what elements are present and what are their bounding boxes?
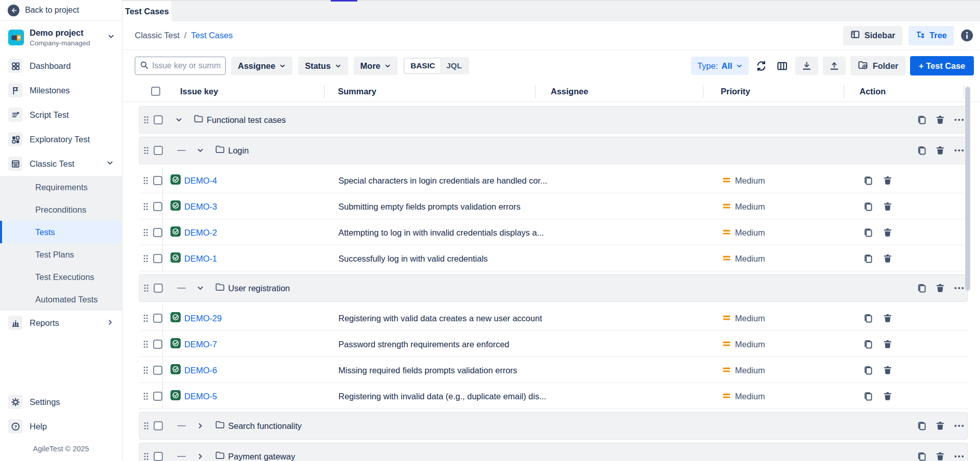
folder-row[interactable]: Functional test cases xyxy=(139,106,968,134)
sidebar-item-exploratory-test[interactable]: Exploratory Test xyxy=(0,127,122,151)
expand-chevron-icon[interactable] xyxy=(197,147,204,155)
issue-key-link[interactable]: DEMO-3 xyxy=(184,201,217,211)
sidebar-item-test-plans[interactable]: Test Plans xyxy=(0,243,122,266)
issue-key-link[interactable]: DEMO-7 xyxy=(184,339,217,349)
drag-handle-icon[interactable] xyxy=(143,392,149,400)
sidebar-item-settings[interactable]: Settings xyxy=(0,390,122,414)
drag-handle-icon[interactable] xyxy=(143,284,149,293)
issue-key-link[interactable]: DEMO-2 xyxy=(184,227,217,237)
sidebar-item-tests[interactable]: Tests xyxy=(0,221,122,243)
row-checkbox[interactable] xyxy=(153,202,162,211)
trash-icon[interactable] xyxy=(882,201,893,212)
drag-handle-icon[interactable] xyxy=(143,314,149,322)
row-checkbox[interactable] xyxy=(153,366,162,375)
import-download-button[interactable] xyxy=(795,57,818,75)
type-filter-dropdown[interactable]: Type: All xyxy=(691,57,748,75)
breadcrumb-current[interactable]: Test Cases xyxy=(191,31,233,40)
copy-icon[interactable] xyxy=(863,253,874,264)
sidebar-item-requirements[interactable]: Requirements xyxy=(0,176,122,198)
folder-row[interactable]: Payment gateway xyxy=(139,443,968,461)
folder-row[interactable]: User registration xyxy=(139,274,968,302)
trash-icon[interactable] xyxy=(935,145,946,156)
column-divider[interactable] xyxy=(703,85,703,98)
drag-handle-icon[interactable] xyxy=(143,340,149,348)
more-ellipsis-icon[interactable] xyxy=(953,451,965,461)
copy-icon[interactable] xyxy=(916,451,927,461)
row-checkbox[interactable] xyxy=(153,228,162,237)
assignee-filter-dropdown[interactable]: Assignee xyxy=(231,57,292,75)
column-divider[interactable] xyxy=(535,85,535,98)
row-checkbox[interactable] xyxy=(153,314,162,323)
copy-icon[interactable] xyxy=(863,175,874,186)
copy-icon[interactable] xyxy=(916,283,927,294)
expand-chevron-icon[interactable] xyxy=(197,422,204,430)
trash-icon[interactable] xyxy=(935,420,946,431)
search-input[interactable] xyxy=(152,61,220,70)
row-checkbox[interactable] xyxy=(153,392,162,401)
trash-icon[interactable] xyxy=(882,391,893,402)
drag-handle-icon[interactable] xyxy=(143,228,149,237)
issue-key-link[interactable]: DEMO-1 xyxy=(184,253,217,263)
drag-handle-icon[interactable] xyxy=(143,452,149,461)
row-checkbox[interactable] xyxy=(154,284,163,293)
issue-key-link[interactable]: DEMO-4 xyxy=(184,175,217,185)
column-divider[interactable] xyxy=(964,85,964,98)
trash-icon[interactable] xyxy=(935,451,946,461)
copy-icon[interactable] xyxy=(863,339,874,350)
more-ellipsis-icon[interactable] xyxy=(953,114,965,125)
sidebar-item-dashboard[interactable]: Dashboard xyxy=(0,54,122,78)
breadcrumb-parent[interactable]: Classic Test xyxy=(135,31,180,40)
sidebar-item-automated-tests[interactable]: Automated Tests xyxy=(0,288,122,311)
trash-icon[interactable] xyxy=(882,313,893,324)
more-filter-dropdown[interactable]: More xyxy=(354,57,398,75)
expand-chevron-icon[interactable] xyxy=(175,116,183,124)
sidebar-item-classic-test[interactable]: Classic Test xyxy=(0,151,122,176)
row-checkbox[interactable] xyxy=(153,340,162,349)
row-checkbox[interactable] xyxy=(154,146,163,155)
more-ellipsis-icon[interactable] xyxy=(953,145,965,156)
status-filter-dropdown[interactable]: Status xyxy=(298,57,348,75)
trash-icon[interactable] xyxy=(882,339,893,350)
sidebar-item-reports[interactable]: Reports xyxy=(0,311,122,335)
project-switcher[interactable]: Demo project Company-managed xyxy=(0,21,122,54)
drag-handle-icon[interactable] xyxy=(143,254,149,263)
expand-chevron-icon[interactable] xyxy=(197,453,204,460)
sidebar-item-help[interactable]: ? Help xyxy=(0,414,122,439)
jql-mode-button[interactable]: JQL xyxy=(440,59,467,73)
vertical-scrollbar[interactable] xyxy=(965,87,970,291)
sidebar-item-milestones[interactable]: Milestones xyxy=(0,78,122,103)
info-button[interactable] xyxy=(960,29,974,42)
tab-test-cases[interactable]: Test Cases xyxy=(122,1,172,21)
trash-icon[interactable] xyxy=(882,365,893,376)
row-checkbox[interactable] xyxy=(154,115,163,124)
export-upload-button[interactable] xyxy=(823,57,846,75)
drag-handle-icon[interactable] xyxy=(143,366,149,374)
copy-icon[interactable] xyxy=(916,145,927,156)
trash-icon[interactable] xyxy=(882,227,893,238)
more-ellipsis-icon[interactable] xyxy=(953,283,965,294)
tree-view-button[interactable]: Tree xyxy=(909,26,954,45)
trash-icon[interactable] xyxy=(882,253,893,264)
issue-key-link[interactable]: DEMO-5 xyxy=(184,391,217,401)
copy-icon[interactable] xyxy=(863,391,874,402)
drag-handle-icon[interactable] xyxy=(143,116,149,124)
back-to-project-button[interactable]: Back to project xyxy=(0,0,122,21)
more-ellipsis-icon[interactable] xyxy=(953,420,965,431)
copy-icon[interactable] xyxy=(916,420,927,431)
row-checkbox[interactable] xyxy=(153,176,162,185)
copy-icon[interactable] xyxy=(863,227,874,238)
sidebar-item-preconditions[interactable]: Preconditions xyxy=(0,198,122,221)
row-checkbox[interactable] xyxy=(154,452,163,461)
basic-mode-button[interactable]: BASIC xyxy=(405,59,440,73)
copy-icon[interactable] xyxy=(863,365,874,376)
trash-icon[interactable] xyxy=(935,283,946,294)
select-all-checkbox[interactable] xyxy=(151,87,160,96)
column-divider[interactable] xyxy=(844,85,844,98)
issue-key-link[interactable]: DEMO-6 xyxy=(184,365,217,375)
columns-button[interactable] xyxy=(774,57,791,74)
sidebar-item-script-test[interactable]: Script Test xyxy=(0,103,122,127)
sidebar-toggle-button[interactable]: Sidebar xyxy=(843,26,903,45)
row-checkbox[interactable] xyxy=(153,254,162,263)
folder-row[interactable]: Login xyxy=(139,137,968,164)
sidebar-item-test-executions[interactable]: Test Executions xyxy=(0,266,122,288)
